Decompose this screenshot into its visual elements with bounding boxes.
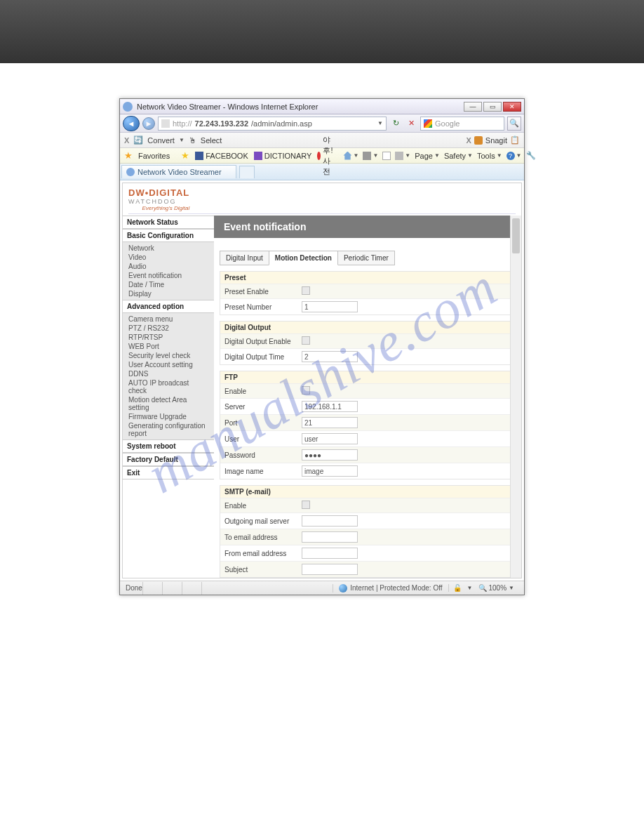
sidebar-item-video[interactable]: Video: [123, 253, 214, 262]
sidebar-item-firmware[interactable]: Firmware Upgrade: [123, 412, 214, 421]
sidebar-system-reboot[interactable]: System reboot: [123, 439, 214, 453]
smtp-subject-input[interactable]: [302, 564, 358, 575]
facebook-link[interactable]: FACEBOOK: [195, 152, 248, 160]
ftp-server-label: Server: [220, 401, 297, 413]
new-tab-button[interactable]: [239, 166, 255, 178]
close-button[interactable]: ✕: [503, 102, 521, 112]
sidebar-item-ddns[interactable]: DDNS: [123, 369, 214, 378]
page-content: manualshive.com DW•DIGITAL WATCHDOG Ever…: [120, 183, 524, 578]
dictionary-link[interactable]: DICTIONARY: [254, 152, 312, 160]
main-panel: Event notification Digital Input Motion …: [214, 216, 521, 578]
maximize-button[interactable]: ▭: [483, 102, 502, 112]
yahoo-link[interactable]: 야후! 사전: [317, 135, 337, 177]
sidebar-item-autoip[interactable]: AUTO IP broadcast check: [123, 378, 214, 395]
titlebar: Network Video Streamer - Windows Interne…: [120, 99, 524, 114]
address-bar[interactable]: http://72.243.193.232/admin/admin.asp ▼: [158, 117, 387, 131]
mail-icon: [382, 152, 391, 160]
ftp-user-input[interactable]: [302, 433, 358, 444]
sidebar-item-event[interactable]: Event notification: [123, 271, 214, 280]
vertical-scrollbar[interactable]: [510, 216, 521, 578]
tab-periodic-timer[interactable]: Periodic Timer: [337, 251, 395, 265]
toolbar-close-icon[interactable]: X: [124, 136, 129, 145]
print-button[interactable]: ▼: [395, 152, 410, 160]
ftp-title: FTP: [220, 371, 512, 383]
help-button[interactable]: ?▼: [507, 152, 522, 160]
page-favicon: [161, 119, 170, 128]
sidebar-item-display[interactable]: Display: [123, 289, 214, 298]
search-placeholder: Google: [435, 119, 459, 128]
convert-label[interactable]: Convert: [147, 136, 175, 145]
stop-button[interactable]: ✕: [405, 117, 417, 130]
sidebar-item-report[interactable]: Generating configuration report: [123, 421, 214, 438]
smtp-from-label: From email address: [220, 548, 297, 560]
page-menu[interactable]: Page▼: [415, 152, 440, 160]
mail-button[interactable]: [382, 152, 391, 160]
extra-button[interactable]: 🔧: [526, 151, 536, 160]
back-button[interactable]: ◄: [123, 116, 140, 131]
snagit-extra-icon[interactable]: 📋: [510, 135, 520, 145]
tools-menu[interactable]: Tools▼: [477, 152, 502, 160]
smtp-from-input[interactable]: [302, 548, 358, 559]
sidebar-item-network[interactable]: Network: [123, 244, 214, 253]
sidebar-item-ptz[interactable]: PTZ / RS232: [123, 324, 214, 333]
sidebar-advanced[interactable]: Advanced option: [123, 300, 214, 313]
sidebar-factory-default[interactable]: Factory Default: [123, 453, 214, 466]
app-frame: DW•DIGITAL WATCHDOG Everything's Digital…: [122, 183, 522, 578]
dout-time-input[interactable]: [302, 351, 358, 362]
preset-number-label: Preset Number: [220, 301, 297, 313]
sidebar-item-audio[interactable]: Audio: [123, 262, 214, 271]
smtp-to-input[interactable]: [302, 531, 358, 543]
preset-enable-checkbox[interactable]: [302, 286, 310, 295]
ftp-port-label: Port: [220, 417, 297, 429]
ftp-image-input[interactable]: [302, 465, 358, 477]
sidebar-item-security[interactable]: Security level check: [123, 351, 214, 360]
nav-row: ◄ ► http://72.243.193.232/admin/admin.as…: [120, 114, 524, 133]
convert-dropdown-icon[interactable]: ▼: [179, 137, 185, 143]
home-button[interactable]: ▼: [343, 152, 358, 160]
dout-enable-checkbox[interactable]: [302, 336, 310, 345]
search-button[interactable]: 🔍: [507, 117, 521, 131]
smtp-outgoing-input[interactable]: [302, 515, 358, 527]
smtp-enable-checkbox[interactable]: [302, 501, 310, 509]
favorites-bar: ★ Favorites ★ FACEBOOK DICTIONARY 야후! 사전…: [120, 148, 524, 164]
sidebar-item-rtp[interactable]: RTP/RTSP: [123, 333, 214, 342]
search-box[interactable]: Google: [420, 117, 504, 131]
tab-motion-detection[interactable]: Motion Detection: [269, 251, 338, 265]
sidebar-item-datetime[interactable]: Date / Time: [123, 280, 214, 289]
dictionary-icon: [254, 152, 262, 160]
ftp-password-input[interactable]: [302, 449, 358, 461]
url-dropdown-icon[interactable]: ▼: [377, 120, 383, 126]
zoom-control[interactable]: 🔍 100% ▼: [478, 584, 515, 592]
print-icon: [395, 152, 403, 160]
safety-menu[interactable]: Safety▼: [444, 152, 473, 160]
sidebar-exit[interactable]: Exit: [123, 466, 214, 479]
browser-tab-1[interactable]: Network Video Streamer: [121, 165, 236, 178]
minimize-button[interactable]: —: [464, 102, 482, 112]
preset-number-input[interactable]: [302, 301, 358, 312]
select-label[interactable]: Select: [201, 136, 222, 145]
ie-icon: [123, 102, 133, 112]
ftp-port-input[interactable]: [302, 417, 358, 428]
suggested-star-icon[interactable]: ★: [181, 150, 189, 161]
favorites-star-icon[interactable]: ★: [124, 150, 133, 161]
status-sec-icon[interactable]: 🔓: [453, 584, 462, 592]
zoom-icon: 🔍: [478, 584, 487, 592]
tab-digital-input[interactable]: Digital Input: [220, 251, 269, 265]
sidebar-item-web[interactable]: WEB Port: [123, 342, 214, 351]
forward-button[interactable]: ►: [142, 117, 155, 130]
smtp-subject-label: Subject: [220, 564, 297, 576]
ftp-enable-checkbox[interactable]: [302, 386, 310, 395]
refresh-button[interactable]: ↻: [389, 117, 402, 130]
scrollbar-thumb[interactable]: [512, 218, 520, 253]
sidebar-basic-config[interactable]: Basic Configuration: [123, 229, 214, 242]
favorites-label[interactable]: Favorites: [138, 152, 170, 160]
ftp-server-input[interactable]: [302, 401, 358, 412]
rss-button[interactable]: ▼: [363, 152, 378, 160]
sidebar-network-status[interactable]: Network Status: [123, 216, 214, 229]
sidebar: Network Status Basic Configuration Netwo…: [123, 216, 214, 578]
sidebar-item-user[interactable]: User Account setting: [123, 360, 214, 369]
sidebar-item-motion[interactable]: Motion detect Area setting: [123, 395, 214, 412]
snagit-close-icon[interactable]: X: [466, 136, 471, 145]
sidebar-item-camera[interactable]: Camera menu: [123, 315, 214, 324]
snagit-label[interactable]: Snagit: [485, 136, 507, 145]
